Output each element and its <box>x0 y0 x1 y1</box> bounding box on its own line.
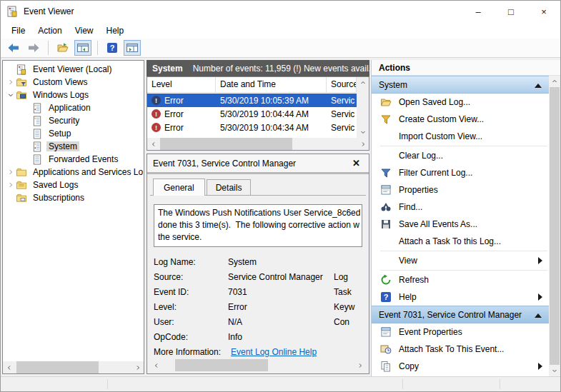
close-icon[interactable]: ✕ <box>349 158 363 169</box>
event-list-vertical-scrollbar[interactable] <box>357 77 369 138</box>
action-open-saved-log[interactable]: Open Saved Log... <box>372 94 549 111</box>
details-horizontal-scrollbar[interactable] <box>150 359 366 371</box>
menu-action[interactable]: Action <box>31 24 68 38</box>
maximize-button[interactable]: □ <box>495 1 527 22</box>
help-icon[interactable]: ? <box>104 40 121 56</box>
scroll-right-icon[interactable] <box>354 359 366 371</box>
action-attach-task-to-log[interactable]: Attach a Task To this Log... <box>372 233 549 250</box>
field-opcode: OpCode: Info <box>154 329 369 344</box>
action-import-custom-view[interactable]: Import Custom View... <box>372 128 549 145</box>
properties-icon <box>380 184 392 196</box>
tree-item-applications-services-logs[interactable]: Applications and Services Lo <box>3 166 144 179</box>
menu-bar: File Action View Help <box>1 22 560 39</box>
event-description[interactable]: The Windows Push Notifications User Serv… <box>154 204 362 247</box>
action-help[interactable]: ? Help <box>372 288 549 306</box>
action-attach-task-to-event[interactable]: Attach Task To This Event... <box>372 341 549 358</box>
tab-details[interactable]: Details <box>207 179 252 195</box>
action-filter-current-log[interactable]: Filter Current Log... <box>372 164 549 181</box>
submenu-arrow-icon <box>538 363 542 370</box>
back-icon[interactable] <box>5 40 22 56</box>
action-save-all-events-as[interactable]: Save All Events As... <box>372 216 549 233</box>
column-header-level[interactable]: Level <box>147 77 216 92</box>
column-header-date[interactable]: Date and Time <box>216 77 327 92</box>
tree-item-saved-logs[interactable]: Saved Logs <box>3 179 144 191</box>
scrollbar-thumb[interactable] <box>550 87 560 365</box>
submenu-arrow-icon <box>538 257 542 264</box>
field-event-id: Event ID: 7031 Task <box>154 284 369 299</box>
show-console-tree-icon[interactable] <box>74 40 91 56</box>
menu-file[interactable]: File <box>5 24 31 38</box>
column-header-source[interactable]: Source <box>327 77 357 92</box>
tree-item-system[interactable]: System <box>3 140 144 153</box>
tree-item-security[interactable]: Security <box>3 114 144 127</box>
folder-logs-icon <box>16 90 28 101</box>
tree-item-forwarded-events[interactable]: Forwarded Events <box>3 153 144 166</box>
open-folder-icon <box>380 96 392 108</box>
forward-icon[interactable] <box>25 40 42 56</box>
event-list: Level Date and Time Source !Error 5/30/2… <box>147 76 369 151</box>
collapse-icon[interactable] <box>535 84 542 88</box>
svg-text:?: ? <box>384 293 389 301</box>
action-view[interactable]: View <box>372 252 549 269</box>
actions-separator <box>380 270 547 271</box>
chevron-right-icon[interactable] <box>6 77 16 87</box>
tree-item-subscriptions[interactable]: Subscriptions <box>3 191 144 204</box>
chevron-right-icon[interactable] <box>6 180 16 190</box>
scroll-left-icon[interactable] <box>3 361 15 373</box>
event-details-title: Event 7031, Service Control Manager <box>153 159 349 169</box>
scroll-up-icon[interactable] <box>549 76 560 87</box>
actions-vertical-scrollbar[interactable] <box>549 76 560 376</box>
error-icon: ! <box>152 109 161 119</box>
error-icon: ! <box>152 96 161 105</box>
task-clock-icon <box>380 343 392 355</box>
scroll-left-icon[interactable] <box>150 359 162 371</box>
event-log-online-help-link[interactable]: Event Log Online Help <box>231 347 317 357</box>
toolbar-separator <box>48 41 49 55</box>
scroll-up-icon[interactable] <box>357 77 369 89</box>
scroll-down-icon[interactable] <box>357 126 369 138</box>
event-list-horizontal-scrollbar[interactable] <box>147 138 369 150</box>
actions-section-system[interactable]: System <box>372 76 549 94</box>
actions-section-event[interactable]: Event 7031, Service Control Manager <box>372 306 549 323</box>
scroll-right-icon[interactable] <box>131 361 144 373</box>
action-refresh[interactable]: Refresh <box>372 271 549 288</box>
show-action-pane-icon[interactable] <box>124 40 141 56</box>
tree-item-windows-logs[interactable]: Windows Logs <box>3 89 144 101</box>
action-create-custom-view[interactable]: Create Custom View... <box>372 111 549 128</box>
tree-item-event-viewer-local[interactable]: Event Viewer (Local) <box>3 63 144 76</box>
scroll-left-icon[interactable] <box>147 138 159 150</box>
log-view-pane: System Number of events: 11,959 (!) New … <box>147 60 369 374</box>
event-row[interactable]: !Error 5/30/2019 10:04:44 AM Servic <box>147 107 357 121</box>
tree-item-setup[interactable]: Setup <box>3 127 144 140</box>
action-clear-log[interactable]: Clear Log... <box>372 147 549 164</box>
console-tree: Event Viewer (Local) Custom Views Window… <box>2 60 144 374</box>
minimize-button[interactable]: – <box>462 1 495 22</box>
field-level: Level: Error Keyw <box>154 299 369 314</box>
tree-item-custom-views[interactable]: Custom Views <box>3 76 144 89</box>
chevron-right-icon[interactable] <box>6 167 16 177</box>
event-log-icon <box>31 141 44 152</box>
tree-item-application[interactable]: Application <box>3 101 144 114</box>
field-log-name: Log Name: System <box>154 254 369 269</box>
menu-help[interactable]: Help <box>100 24 131 38</box>
open-saved-log-icon[interactable] <box>54 40 71 56</box>
tree-horizontal-scrollbar[interactable] <box>3 361 144 373</box>
funnel-blue-icon <box>380 167 392 179</box>
menu-view[interactable]: View <box>69 24 100 38</box>
action-find[interactable]: Find... <box>372 198 549 216</box>
scroll-right-icon[interactable] <box>357 138 369 150</box>
binoculars-icon <box>380 201 392 213</box>
help-icon: ? <box>380 291 392 303</box>
action-copy[interactable]: Copy <box>372 358 549 375</box>
action-event-properties[interactable]: Event Properties <box>372 323 549 341</box>
tab-general[interactable]: General <box>153 179 205 196</box>
event-row[interactable]: !Error 5/30/2019 10:05:39 AM Servic <box>147 94 357 107</box>
toolbar: ? <box>1 39 560 58</box>
close-button[interactable]: × <box>527 1 560 22</box>
action-properties[interactable]: Properties <box>372 181 549 198</box>
collapse-icon[interactable] <box>535 313 542 318</box>
scroll-down-icon[interactable] <box>549 365 560 376</box>
refresh-icon <box>380 274 392 286</box>
event-row[interactable]: !Error 5/30/2019 10:04:34 AM Servic <box>147 121 357 134</box>
chevron-down-icon[interactable] <box>6 90 16 100</box>
